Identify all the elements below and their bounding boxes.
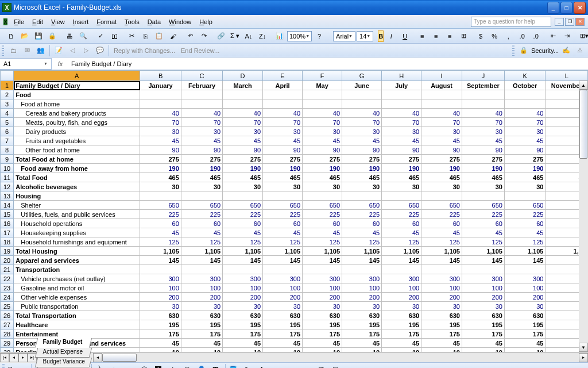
- cell[interactable]: 40: [223, 109, 263, 118]
- cell[interactable]: 30: [263, 127, 303, 136]
- cell[interactable]: 175: [223, 329, 263, 339]
- cell[interactable]: 125: [181, 237, 222, 247]
- cell[interactable]: 300: [263, 274, 303, 283]
- draw-menu[interactable]: Draw ▾: [8, 366, 28, 368]
- macro-security-button[interactable]: ⚠: [574, 44, 586, 57]
- cell[interactable]: 45: [263, 136, 303, 145]
- textbox-button[interactable]: 🅰: [152, 363, 165, 369]
- cell[interactable]: Dairy products: [14, 127, 140, 136]
- column-header[interactable]: J: [462, 71, 504, 81]
- tab-next-button[interactable]: ▸: [18, 353, 28, 362]
- cell[interactable]: Transportation: [14, 265, 140, 274]
- decrease-indent-button[interactable]: ⇤: [547, 30, 559, 43]
- cell[interactable]: 275: [140, 155, 181, 164]
- cell[interactable]: 45: [223, 339, 263, 348]
- row-header[interactable]: 11: [1, 173, 14, 182]
- cell[interactable]: [303, 191, 342, 201]
- cell[interactable]: October: [504, 81, 546, 90]
- cell[interactable]: 1,105: [382, 247, 421, 256]
- workbook-icon[interactable]: X: [3, 18, 7, 25]
- cell[interactable]: May: [303, 81, 342, 90]
- cell[interactable]: 60: [303, 219, 342, 228]
- scroll-thumb[interactable]: [579, 90, 587, 159]
- cell[interactable]: 45: [382, 136, 421, 145]
- cell[interactable]: 125: [140, 237, 181, 247]
- meeting-button[interactable]: 👥: [34, 44, 47, 57]
- maximize-button[interactable]: □: [560, 2, 572, 14]
- cell[interactable]: 100: [462, 283, 504, 293]
- cell[interactable]: 40: [303, 109, 342, 118]
- cell[interactable]: 30: [223, 127, 263, 136]
- cell[interactable]: 10: [303, 348, 342, 352]
- cell[interactable]: 630: [181, 311, 222, 320]
- cell[interactable]: Apparel and services: [14, 256, 140, 265]
- cell[interactable]: [504, 265, 546, 274]
- permission-button[interactable]: 🔒: [46, 30, 59, 43]
- cell[interactable]: 30: [140, 127, 181, 136]
- cell[interactable]: 300: [421, 274, 462, 283]
- cell[interactable]: 145: [504, 256, 546, 265]
- cell[interactable]: 90: [223, 145, 263, 155]
- cell[interactable]: [382, 99, 421, 109]
- cell[interactable]: [504, 191, 546, 201]
- cell[interactable]: 275: [263, 155, 303, 164]
- doc-close-button[interactable]: ✕: [575, 18, 585, 26]
- cell[interactable]: 465: [303, 173, 342, 182]
- cell[interactable]: 70: [140, 118, 181, 127]
- underline-button[interactable]: U: [399, 30, 411, 43]
- cell[interactable]: [462, 90, 504, 99]
- align-left-button[interactable]: ≡: [416, 30, 428, 43]
- cell[interactable]: [342, 265, 382, 274]
- cell[interactable]: 190: [342, 164, 382, 173]
- cell[interactable]: 195: [181, 320, 222, 329]
- cell[interactable]: 200: [223, 293, 263, 302]
- cell[interactable]: 190: [382, 164, 421, 173]
- cell[interactable]: 90: [263, 145, 303, 155]
- menu-window[interactable]: Window: [165, 17, 195, 27]
- cell[interactable]: 30: [382, 127, 421, 136]
- cell[interactable]: 45: [504, 228, 546, 237]
- cell[interactable]: 175: [462, 329, 504, 339]
- close-button[interactable]: ✕: [574, 2, 586, 14]
- cell[interactable]: 60: [181, 219, 222, 228]
- cell[interactable]: 90: [462, 145, 504, 155]
- cell[interactable]: 40: [504, 109, 546, 118]
- cell[interactable]: 100: [181, 283, 222, 293]
- cell[interactable]: 300: [223, 274, 263, 283]
- menu-help[interactable]: Help: [195, 17, 216, 27]
- cell[interactable]: 275: [342, 155, 382, 164]
- cell[interactable]: [263, 265, 303, 274]
- cell[interactable]: 30: [263, 302, 303, 311]
- cell[interactable]: Total Food at home: [14, 155, 140, 164]
- cell[interactable]: 200: [181, 293, 222, 302]
- cell[interactable]: [421, 191, 462, 201]
- cell[interactable]: 650: [421, 201, 462, 210]
- cell[interactable]: Fruits and vegetables: [14, 136, 140, 145]
- menu-insert[interactable]: Insert: [69, 17, 93, 27]
- cell[interactable]: 145: [181, 256, 222, 265]
- cell[interactable]: 40: [140, 109, 181, 118]
- undo-button[interactable]: ↶: [184, 30, 196, 43]
- font-size-dropdown[interactable]: 14▼: [357, 31, 373, 41]
- cell[interactable]: 30: [342, 182, 382, 191]
- scroll-right-button[interactable]: ▸: [579, 353, 588, 362]
- cell[interactable]: 10: [462, 348, 504, 352]
- row-header[interactable]: 25: [1, 302, 14, 311]
- cell[interactable]: 200: [303, 293, 342, 302]
- cell[interactable]: [181, 265, 222, 274]
- cut-button[interactable]: ✂: [125, 30, 138, 43]
- cell[interactable]: Vehicle purchases (net outlay): [14, 274, 140, 283]
- row-header[interactable]: 16: [1, 219, 14, 228]
- cell[interactable]: 200: [342, 293, 382, 302]
- cell[interactable]: 175: [263, 329, 303, 339]
- cell[interactable]: 195: [462, 320, 504, 329]
- cell[interactable]: 45: [140, 339, 181, 348]
- cell[interactable]: 90: [303, 145, 342, 155]
- row-header[interactable]: 14: [1, 201, 14, 210]
- shadow-button[interactable]: ▨: [315, 363, 327, 369]
- cell[interactable]: 10: [342, 348, 382, 352]
- menu-tools[interactable]: Tools: [121, 17, 144, 27]
- cell[interactable]: 30: [421, 182, 462, 191]
- print-preview-button[interactable]: 🔍: [77, 30, 90, 43]
- cell[interactable]: [181, 191, 222, 201]
